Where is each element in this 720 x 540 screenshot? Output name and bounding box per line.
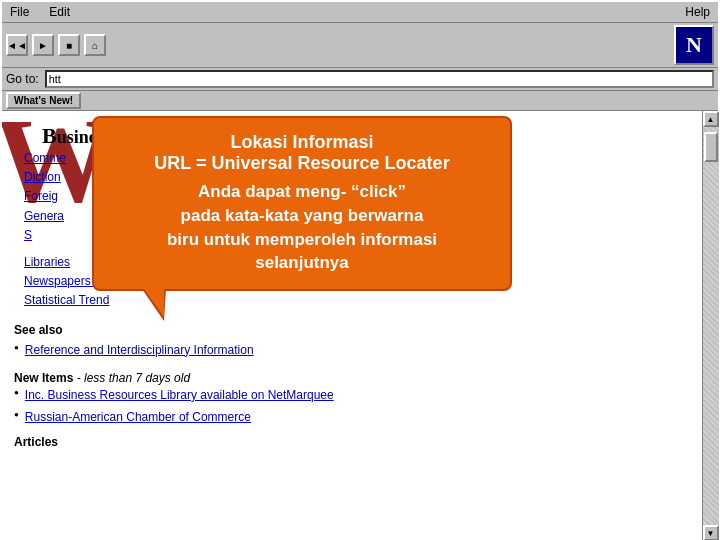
tooltip-line3: biru untuk memperoleh informasi: [114, 228, 490, 252]
location-input[interactable]: [45, 70, 714, 88]
new-items-label: New Items - less than 7 days old: [14, 371, 190, 385]
see-also-link-0[interactable]: Reference and Interdisciplinary Informat…: [25, 341, 254, 360]
tooltip-arrow: [144, 289, 164, 317]
tooltip-line2: pada kata-kata yang berwarna: [114, 204, 490, 228]
menu-file[interactable]: File: [6, 4, 33, 20]
tooltip-bubble: Lokasi Informasi URL = Universal Resourc…: [92, 116, 512, 291]
scrollbar-track[interactable]: [703, 127, 719, 525]
scrollbar-right: ▲ ▼: [702, 111, 718, 540]
netscape-logo: N: [674, 25, 714, 65]
new-items-italic: - less than 7 days old: [77, 371, 190, 385]
new-item-link-0[interactable]: Inc. Business Resources Library availabl…: [25, 386, 334, 405]
toolbar: ◄◄ ► ■ ⌂ N: [2, 23, 718, 68]
tooltip-line4: selanjutnya: [114, 251, 490, 275]
tooltip-container: Lokasi Informasi URL = Universal Resourc…: [92, 116, 512, 291]
home-button[interactable]: ⌂: [84, 34, 106, 56]
tooltip-body: Anda dapat meng- “click” pada kata-kata …: [114, 180, 490, 275]
browser-window: File Edit Help ◄◄ ► ■ ⌂ N Go to: What's …: [0, 0, 720, 540]
bullet-icon-1: ●: [14, 388, 19, 397]
tooltip-line1: Anda dapat meng- “click”: [114, 180, 490, 204]
new-item-1: ● Russian-American Chamber of Commerce: [14, 408, 690, 427]
secondary-link-2[interactable]: Statistical Trend: [24, 291, 690, 310]
new-item-link-1[interactable]: Russian-American Chamber of Commerce: [25, 408, 251, 427]
stop-button[interactable]: ■: [58, 34, 80, 56]
whats-new-bar: What's New!: [2, 91, 718, 111]
location-label: Go to:: [6, 72, 39, 86]
new-items-section: New Items - less than 7 days old ● Inc. …: [14, 368, 690, 427]
scroll-up-button[interactable]: ▲: [703, 111, 719, 127]
back-button[interactable]: ◄◄: [6, 34, 28, 56]
forward-button[interactable]: ►: [32, 34, 54, 56]
menu-help[interactable]: Help: [681, 4, 714, 20]
scroll-down-button[interactable]: ▼: [703, 525, 719, 540]
bullet-icon-0: ●: [14, 343, 19, 352]
bullet-icon-2: ●: [14, 410, 19, 419]
see-also-label: See also: [14, 323, 690, 337]
location-bar: Go to:: [2, 68, 718, 91]
new-item-0: ● Inc. Business Resources Library availa…: [14, 386, 690, 405]
scrollbar-thumb[interactable]: [704, 132, 718, 162]
menu-edit[interactable]: Edit: [45, 4, 74, 20]
main-content: W Business G Comme Diction Foreig Genera…: [2, 111, 702, 540]
whats-new-button[interactable]: What's New!: [6, 92, 81, 109]
articles-label: Articles: [14, 435, 690, 449]
menu-bar: File Edit Help: [2, 2, 718, 23]
content-area: W Business G Comme Diction Foreig Genera…: [2, 111, 718, 540]
tooltip-title: Lokasi Informasi URL = Universal Resourc…: [114, 132, 490, 174]
see-also-item-0: ● Reference and Interdisciplinary Inform…: [14, 341, 690, 360]
see-also-section: See also ● Reference and Interdisciplina…: [14, 323, 690, 360]
